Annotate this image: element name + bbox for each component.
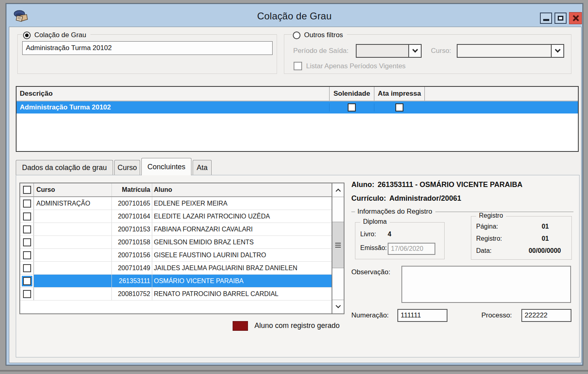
close-icon xyxy=(572,15,579,22)
pagina-row: Página: 01 xyxy=(476,223,549,230)
cell-matricula: 261353111 xyxy=(111,275,152,287)
cell-matricula: 200810752 xyxy=(111,288,152,300)
ceremony-descricao: Administração Turma 20102 xyxy=(17,103,329,111)
radio-unselected-icon[interactable] xyxy=(293,32,300,39)
legend-color-swatch xyxy=(233,321,248,331)
periodo-saida-value xyxy=(357,45,408,57)
desktop-edge xyxy=(0,370,588,372)
colacao-radio-label: Colação de Grau xyxy=(34,31,86,39)
minimize-button[interactable] xyxy=(540,13,552,24)
row-checkbox[interactable] xyxy=(23,277,31,285)
cell-curso xyxy=(34,249,111,261)
cell-aluno: RENATO PATROCINIO BARREL CARDIAL xyxy=(152,288,332,300)
chevron-down-icon xyxy=(336,303,341,308)
cell-aluno: ELEDITE LAZARI PATROCINIO UZÊDA xyxy=(152,210,332,223)
students-header: Curso Matrícula Aluno xyxy=(20,183,332,197)
pagina-value: 01 xyxy=(542,223,549,230)
colacao-radio[interactable]: Colação de Grau xyxy=(22,30,90,40)
ceremony-solenidade-cell xyxy=(329,103,374,111)
cell-aluno: FABIANA FORNAZARI CAVALARI xyxy=(152,223,332,235)
data-value: 00/00/0000 xyxy=(529,247,561,254)
cell-curso xyxy=(34,288,111,300)
processo-label: Processo: xyxy=(481,311,512,319)
row-checkbox[interactable] xyxy=(23,251,31,259)
col-curso[interactable]: Curso xyxy=(34,183,111,196)
col-empty xyxy=(424,87,578,101)
tab-concluintes[interactable]: Concluintes xyxy=(141,158,191,175)
diploma-title: Diploma xyxy=(360,218,390,225)
periodo-saida-label: Período de Saída: xyxy=(293,47,349,55)
radio-selected-icon[interactable] xyxy=(23,32,31,39)
ceremony-row-selected[interactable]: Administração Turma 20102 xyxy=(17,101,578,113)
student-row[interactable]: 200710149 JAILDES JAELMA PAGLIARINI BRAZ… xyxy=(20,262,332,275)
maximize-button[interactable] xyxy=(554,13,567,24)
app-window: Colação de Grau Colação de Grau Outros f… xyxy=(6,3,583,366)
student-row[interactable]: 200710153 FABIANA FORNAZARI CAVALARI xyxy=(20,223,332,236)
legend-label: Aluno com registro gerado xyxy=(254,321,340,330)
students-scrollbar[interactable] xyxy=(332,183,344,314)
cell-matricula: 200710149 xyxy=(111,262,152,274)
row-checkbox[interactable] xyxy=(23,238,31,246)
vigentes-checkbox-row[interactable]: Listar Apenas Períodos Vigentes xyxy=(294,62,405,70)
tab-ata[interactable]: Ata xyxy=(193,160,212,175)
scrollbar-thumb[interactable] xyxy=(332,222,344,268)
aluno-label: Aluno: xyxy=(351,181,374,189)
chevron-down-icon xyxy=(412,47,418,53)
header-checkbox-cell xyxy=(20,183,34,196)
close-button[interactable] xyxy=(569,12,582,24)
data-label: Data: xyxy=(476,247,491,254)
observacao-textarea[interactable] xyxy=(401,266,571,303)
periodo-saida-select[interactable] xyxy=(356,44,422,58)
ata-impressa-checkbox[interactable] xyxy=(395,103,403,111)
ceremonies-header: Descrição Solenidade Ata impressa xyxy=(17,87,578,101)
row-checkbox[interactable] xyxy=(23,200,31,208)
col-aluno[interactable]: Aluno xyxy=(152,183,332,196)
students-grid-wrap: Curso Matrícula Aluno ADMINISTRAÇÃO 2007… xyxy=(19,183,344,314)
col-matricula[interactable]: Matrícula xyxy=(111,183,152,196)
scroll-down-button[interactable] xyxy=(332,300,344,313)
select-all-checkbox[interactable] xyxy=(23,186,31,194)
numeracao-input[interactable] xyxy=(397,309,447,322)
col-ata-impressa[interactable]: Ata impressa xyxy=(374,87,424,101)
cell-matricula: 200710164 xyxy=(111,210,152,223)
scroll-up-button[interactable] xyxy=(332,183,344,197)
vigentes-label: Listar Apenas Períodos Vigentes xyxy=(306,62,405,70)
row-checkbox[interactable] xyxy=(23,225,31,233)
student-row[interactable]: ADMINISTRAÇÃO 200710165 EDLENE PEIXER ME… xyxy=(20,197,332,210)
data-row: Data: 00/00/0000 xyxy=(476,247,561,254)
row-checkbox[interactable] xyxy=(23,264,31,272)
student-row-selected[interactable]: 261353111 OSMÁRIO VICENTE PARAIBA xyxy=(20,275,332,288)
outros-filtros-radio[interactable]: Outros filtros xyxy=(292,30,347,40)
registro-row: Registro: 01 xyxy=(476,235,549,242)
curso-select[interactable] xyxy=(457,44,564,58)
curriculo-line: Currículo:Administrador/20061 xyxy=(351,194,461,203)
numeracao-label: Numeração: xyxy=(351,311,389,319)
tab-curso[interactable]: Curso xyxy=(114,160,140,175)
curso-filter-label: Curso: xyxy=(431,47,451,55)
student-row[interactable]: 200710156 GISELE FAUSTINO LAURINI DALTRO xyxy=(20,249,332,262)
cell-aluno: EDLENE PEIXER MEIRA xyxy=(152,197,332,210)
periodo-dropdown-button[interactable] xyxy=(408,45,421,57)
processo-input[interactable] xyxy=(521,309,571,322)
emissao-date-input[interactable] xyxy=(388,243,435,255)
cell-curso xyxy=(34,210,111,223)
col-descricao[interactable]: Descrição xyxy=(17,87,329,101)
row-checkbox[interactable] xyxy=(23,290,31,298)
cell-matricula: 200710158 xyxy=(111,236,152,248)
colacao-search-input[interactable] xyxy=(22,41,273,55)
solenidade-checkbox[interactable] xyxy=(348,103,356,111)
vigentes-checkbox[interactable] xyxy=(294,62,302,70)
student-row[interactable]: 200710164 ELEDITE LAZARI PATROCINIO UZÊD… xyxy=(20,210,332,223)
emissao-label: Emissão: xyxy=(360,244,387,252)
title-bar[interactable]: Colação de Grau xyxy=(6,4,582,27)
cell-curso xyxy=(34,275,111,287)
cell-aluno: OSMÁRIO VICENTE PARAIBA xyxy=(152,275,332,287)
livro-row: Livro: 4 xyxy=(360,231,391,238)
curso-dropdown-button[interactable] xyxy=(551,45,563,57)
row-checkbox[interactable] xyxy=(23,212,31,221)
tab-dados-colacao[interactable]: Dados da colação de grau xyxy=(16,160,113,175)
cell-curso xyxy=(34,236,111,248)
col-solenidade[interactable]: Solenidade xyxy=(329,87,374,101)
student-row[interactable]: 200810752 RENATO PATROCINIO BARREL CARDI… xyxy=(20,288,332,300)
student-row[interactable]: 200710158 GENILSON EMIDIO BRAZ LENTS xyxy=(20,236,332,249)
